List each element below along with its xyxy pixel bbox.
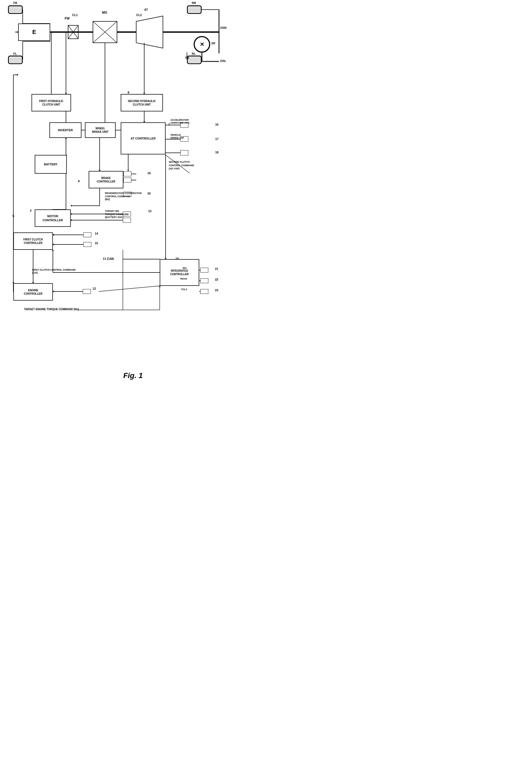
svg-line-9 [68, 25, 78, 39]
label-target-mg: TARGET MGTORQUE COMMAND(BATTERY SOC) [105, 210, 129, 219]
label-MG: MG [102, 11, 107, 14]
num-5: 5 [13, 214, 14, 218]
second-hydraulic-clutch-unit: SECOND HYDRAULICCLUTCH UNIT [121, 94, 163, 111]
label-FL: FL [13, 52, 17, 55]
label-CL2: CL2 [136, 13, 142, 17]
svg-line-11 [93, 21, 117, 43]
input-box-bs2 [123, 178, 131, 182]
num-7: 7 [168, 123, 170, 126]
label-CAN: CAN [107, 257, 114, 261]
brake-controller: BRAKECONTROLLER [89, 171, 123, 188]
svg-rect-10 [93, 21, 117, 43]
svg-marker-66 [52, 250, 54, 251]
num-9: 9 [78, 179, 80, 183]
num-22: 22 [215, 278, 218, 281]
svg-marker-63 [53, 290, 54, 292]
label-regen-cmd: REGENERATIVE COOPERATIVECONTROL COMMAND(… [105, 192, 142, 201]
figure-label: Fig. 1 [0, 369, 266, 385]
connection-lines [0, 0, 266, 369]
output-tcl2 [200, 289, 208, 294]
label-FW: FW [64, 17, 70, 20]
num-12: 12 [93, 287, 96, 290]
first-clutch-controller: FIRST CLUTCHCONTROLLER [13, 232, 53, 250]
wheel-brake-unit: WHEELBRAKE UNIT [85, 122, 116, 138]
svg-marker-59 [53, 234, 54, 236]
input-box-eng [83, 289, 91, 294]
svg-line-8 [68, 25, 78, 39]
label-RL: RL [192, 52, 196, 55]
integrated-controller: INTEGRATEDCONTROLLER [160, 259, 199, 286]
diagram: FR FL RR RL FW CL1 CL2 AT MG DSR DSL DF … [0, 0, 266, 369]
tire-RR [187, 5, 202, 14]
label-PS: PS [185, 56, 189, 59]
input-box-fc2 [83, 242, 91, 247]
label-AT: AT [144, 8, 148, 12]
label-apo: ACCELERATORAPERTURE APO [170, 119, 189, 125]
svg-marker-88 [159, 286, 161, 287]
tire-FR [8, 5, 23, 14]
tire-FL [8, 55, 23, 64]
num-19: 19 [148, 171, 151, 175]
label-DSR: DSR [220, 26, 227, 30]
motor-controller: MOTORCONTROLLER [35, 209, 71, 227]
at-controller: AT CONTROLLER [121, 122, 165, 155]
output-nm [200, 268, 208, 272]
num-15: 15 [95, 242, 98, 245]
label-second-clutch-cmd: SECOND CLUTCHCONTROL COMMAND(AP, VSP) [169, 160, 194, 170]
label-Nm: Nm [183, 267, 187, 270]
label-FR: FR [13, 1, 17, 5]
num-2: 2 [30, 209, 32, 212]
svg-marker-61 [53, 243, 54, 246]
svg-marker-79 [65, 138, 67, 139]
inverter-box: INVERTER [50, 122, 81, 138]
label-target-engine: TARGET ENGINE TORQUE COMMAND (Ne) [24, 308, 79, 311]
num-14: 14 [95, 232, 98, 235]
svg-marker-84 [17, 74, 18, 76]
svg-line-90 [99, 286, 160, 291]
input-box-bs1 [123, 171, 131, 176]
input-box-18 [180, 150, 188, 156]
label-DF: DF [212, 42, 216, 45]
svg-line-12 [93, 21, 117, 43]
input-box-fc1 [83, 232, 91, 237]
svg-marker-55 [71, 213, 72, 215]
num-18: 18 [215, 151, 218, 154]
svg-rect-7 [68, 25, 78, 39]
battery-box: BATTERY [35, 155, 67, 174]
svg-marker-57 [71, 219, 72, 221]
num-23: 23 [215, 288, 218, 292]
output-n2out [200, 278, 208, 283]
svg-marker-13 [136, 16, 163, 48]
differential-circle: ✕ [194, 36, 210, 53]
num-17: 17 [215, 137, 218, 141]
first-hydraulic-clutch-unit: FIRST HYDRAULICCLUTCH UNIT [32, 94, 71, 111]
num-16: 16 [215, 123, 218, 126]
label-TCL2: TCL2 [181, 288, 187, 291]
label-CL1: CL1 [72, 13, 78, 17]
num-20: 20 [148, 192, 151, 195]
label-N2out: N2out [180, 277, 187, 280]
label-DSL: DSL [220, 59, 226, 63]
svg-marker-42 [127, 170, 129, 171]
label-first-clutch-cmd: FIRST CLUTCH CONTROL COMMAND(CIS) [32, 269, 75, 274]
num-11: 11 [103, 257, 106, 261]
num-13: 13 [148, 209, 152, 213]
label-RR: RR [192, 1, 196, 5]
svg-marker-53 [71, 205, 72, 207]
engine-controller: ENGINECONTROLLER [13, 283, 53, 300]
label-vehicle-speed: VEHICLESPEED VSP [170, 134, 184, 140]
engine-box: E [18, 24, 50, 41]
num-21: 21 [215, 267, 218, 271]
